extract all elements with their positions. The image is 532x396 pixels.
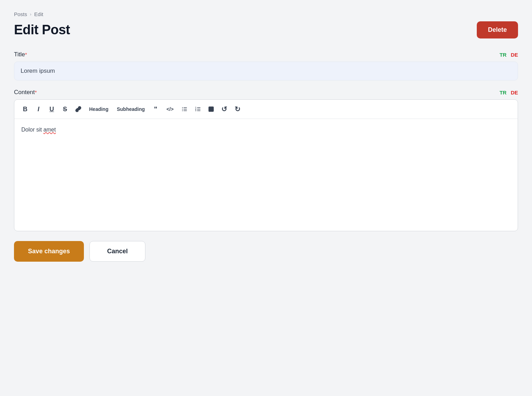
redo-button[interactable]: ↻ — [232, 103, 244, 115]
content-required: * — [35, 89, 37, 95]
image-button[interactable] — [205, 103, 217, 115]
bold-button[interactable]: B — [19, 103, 31, 115]
image-icon — [208, 106, 214, 112]
breadcrumb-edit: Edit — [34, 11, 43, 17]
breadcrumb: Posts › Edit — [14, 11, 518, 17]
blockquote-button[interactable]: " — [150, 103, 161, 115]
ordered-list-icon: 1 2 3 — [195, 106, 201, 112]
content-section: Content* TR DE B I U S Heading Subheadin… — [14, 89, 518, 231]
underline-button[interactable]: U — [46, 103, 58, 115]
title-lang-de[interactable]: DE — [511, 52, 518, 58]
content-label: Content — [14, 89, 35, 96]
title-label-row: Title* — [14, 51, 27, 58]
title-label: Title — [14, 51, 25, 58]
heading-button[interactable]: Heading — [86, 103, 112, 115]
editor-toolbar: B I U S Heading Subheading " </> — [14, 100, 518, 119]
svg-point-13 — [210, 108, 210, 108]
unordered-list-icon — [181, 106, 188, 112]
title-lang-tr[interactable]: TR — [499, 52, 506, 58]
content-field-header: Content* TR DE — [14, 89, 518, 96]
link-button[interactable] — [72, 103, 84, 115]
cancel-button[interactable]: Cancel — [89, 241, 145, 262]
unordered-list-button[interactable] — [179, 103, 190, 115]
page-title: Edit Post — [14, 22, 70, 37]
content-editor[interactable]: Dolor sit amet — [14, 119, 518, 231]
content-lang-de[interactable]: DE — [511, 90, 518, 96]
title-section: Title* TR DE — [14, 51, 518, 80]
breadcrumb-separator: › — [30, 12, 31, 17]
link-icon — [75, 106, 81, 112]
ordered-list-button[interactable]: 1 2 3 — [192, 103, 204, 115]
title-input[interactable] — [14, 62, 518, 80]
code-button[interactable]: </> — [163, 103, 177, 115]
title-required: * — [25, 51, 27, 57]
breadcrumb-posts[interactable]: Posts — [14, 11, 27, 17]
save-button[interactable]: Save changes — [14, 241, 84, 262]
strikethrough-button[interactable]: S — [59, 103, 71, 115]
content-label-row: Content* — [14, 89, 37, 96]
undo-button[interactable]: ↺ — [218, 103, 230, 115]
content-editor-wrapper: B I U S Heading Subheading " </> — [14, 99, 518, 231]
title-field-header: Title* TR DE — [14, 51, 518, 58]
svg-text:3: 3 — [195, 109, 196, 112]
content-lang-toggles: TR DE — [499, 90, 518, 96]
svg-point-3 — [182, 107, 182, 108]
misspelled-word: amet — [43, 127, 56, 133]
footer-buttons: Save changes Cancel — [14, 241, 518, 262]
title-lang-toggles: TR DE — [499, 52, 518, 58]
svg-point-4 — [182, 109, 182, 109]
subheading-button[interactable]: Subheading — [113, 103, 148, 115]
delete-button[interactable]: Delete — [477, 21, 518, 38]
content-lang-tr[interactable]: TR — [499, 90, 506, 96]
page-header: Edit Post Delete — [14, 21, 518, 38]
italic-button[interactable]: I — [33, 103, 44, 115]
svg-point-5 — [182, 110, 182, 111]
